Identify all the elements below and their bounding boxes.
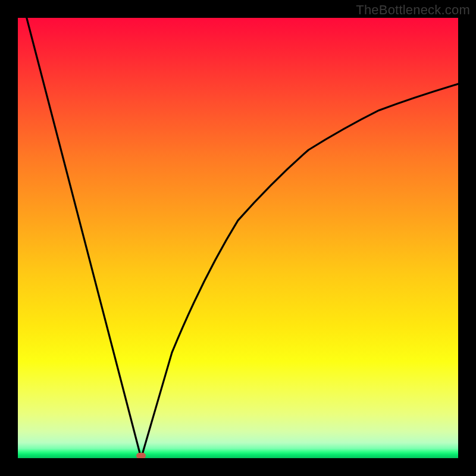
watermark-text: TheBottleneck.com	[356, 2, 470, 18]
bottleneck-curve	[18, 18, 458, 458]
plot-area	[18, 18, 458, 458]
chart-frame: TheBottleneck.com	[0, 0, 476, 476]
